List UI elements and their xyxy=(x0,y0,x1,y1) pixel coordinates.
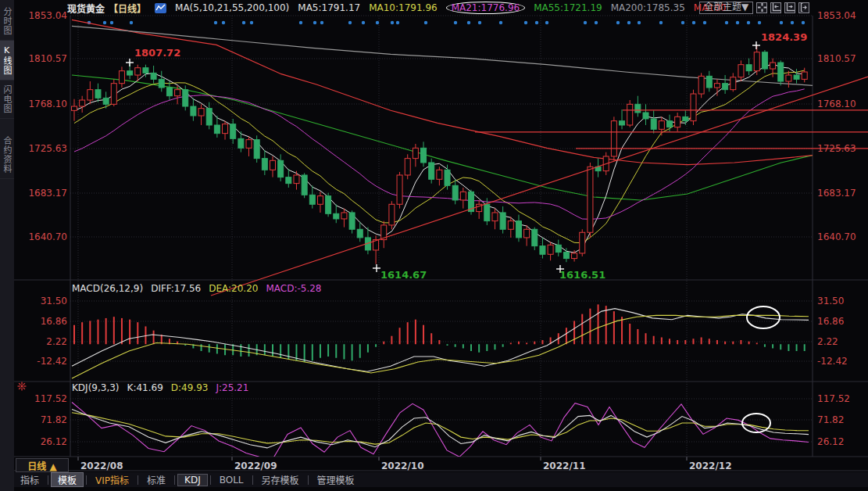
bottom-toolbar: 指标 模板 VIP指标 标准 KDJ BOLL 另存模板 管理模板 xyxy=(14,472,868,487)
svg-text:71.82: 71.82 xyxy=(817,414,844,425)
tab-kdj[interactable]: KDJ xyxy=(177,474,208,486)
ma-params-label: MA(5,10,21,55,200,100) xyxy=(175,2,289,13)
svg-text:1640.70: 1640.70 xyxy=(28,231,67,242)
toolbar-divider xyxy=(48,475,48,485)
kdj-d-value: D:49.93 xyxy=(171,382,209,393)
svg-text:117.52: 117.52 xyxy=(34,393,67,404)
compress-axis-icon[interactable] xyxy=(770,2,781,13)
svg-text:31.50: 31.50 xyxy=(41,296,67,306)
expand-axis-icon[interactable] xyxy=(784,2,795,13)
toolbar-divider xyxy=(252,475,253,485)
ma21-value-circled: MA21:1776.96 xyxy=(446,2,526,14)
ma5-value: MA5:1791.17 xyxy=(298,2,360,13)
svg-text:1768.10: 1768.10 xyxy=(817,99,856,109)
svg-text:2022/12: 2022/12 xyxy=(689,461,731,471)
tab-standard[interactable]: 标准 xyxy=(141,472,172,487)
tab-manage-template[interactable]: 管理模板 xyxy=(311,472,361,487)
sidebar-item-timeline[interactable]: 分时图 xyxy=(0,2,14,41)
svg-text:-12.42: -12.42 xyxy=(37,356,67,367)
svg-text:1807.72: 1807.72 xyxy=(134,47,180,59)
period-selector[interactable]: 日线 ▲ xyxy=(16,458,69,472)
pan-right-icon[interactable] xyxy=(798,2,809,13)
chart-icon xyxy=(155,3,166,13)
tab-indicator[interactable]: 指标 xyxy=(14,472,45,487)
macd-value: MACD:-5.28 xyxy=(266,283,321,294)
svg-text:1725.63: 1725.63 xyxy=(817,143,856,154)
svg-text:1810.57: 1810.57 xyxy=(28,53,67,64)
svg-text:16.86: 16.86 xyxy=(41,316,67,327)
period-tag: 【日线】 xyxy=(109,2,146,15)
svg-text:1824.39: 1824.39 xyxy=(761,31,807,43)
tab-template[interactable]: 模板 xyxy=(51,472,84,487)
tab-save-template[interactable]: 另存模板 xyxy=(255,472,305,487)
svg-text:2.22: 2.22 xyxy=(817,336,838,347)
tab-boll[interactable]: BOLL xyxy=(213,474,250,486)
svg-text:1768.10: 1768.10 xyxy=(28,99,67,109)
svg-text:1853.04: 1853.04 xyxy=(817,10,856,21)
toolbar-divider xyxy=(138,475,138,485)
svg-text:1683.17: 1683.17 xyxy=(28,188,67,199)
top-controls: 全部主题▼ xyxy=(699,1,809,14)
svg-text:1853.04: 1853.04 xyxy=(28,10,67,21)
crosshair-icon[interactable] xyxy=(756,2,767,13)
kdj-params: KDJ(9,3,3) xyxy=(72,382,120,393)
macd-diff-value: DIFF:17.56 xyxy=(151,283,201,294)
svg-text:1810.57: 1810.57 xyxy=(817,53,856,64)
svg-text:71.82: 71.82 xyxy=(41,414,67,425)
svg-text:2.22: 2.22 xyxy=(46,336,67,347)
ma200-value: MA200:1785.35 xyxy=(611,2,685,13)
sidebar: 分时图 K线图 闪电图 合约资料 xyxy=(0,0,14,491)
page-title: 现货黄金 xyxy=(67,2,105,15)
macd-dea-value: DEA:20.20 xyxy=(209,283,258,294)
svg-text:31.50: 31.50 xyxy=(817,296,844,306)
svg-text:26.12: 26.12 xyxy=(817,436,844,447)
toolbar-divider xyxy=(210,475,211,485)
toolbar-divider xyxy=(308,475,309,485)
kdj-k-value: K:41.69 xyxy=(127,382,163,393)
kdj-j-value: J:25.21 xyxy=(216,382,248,393)
svg-text:26.12: 26.12 xyxy=(41,436,67,447)
toolbar-divider xyxy=(86,475,87,485)
sidebar-item-kline[interactable]: K线图 xyxy=(0,41,14,81)
theme-dropdown[interactable]: 全部主题▼ xyxy=(699,2,753,14)
svg-text:-12.42: -12.42 xyxy=(817,356,848,367)
ma10-value: MA10:1791.96 xyxy=(369,2,438,13)
svg-text:2022/10: 2022/10 xyxy=(381,461,423,471)
svg-text:1725.63: 1725.63 xyxy=(28,143,67,154)
svg-text:2022/08: 2022/08 xyxy=(80,461,123,471)
chart-canvas[interactable]: 1807.721824.391614.671616.511853.041853.… xyxy=(0,0,868,491)
macd-params: MACD(26,12,9) xyxy=(72,283,143,294)
toolbar-divider xyxy=(174,475,175,485)
macd-header: MACD(26,12,9) DIFF:17.56 DEA:20.20 MACD:… xyxy=(72,283,321,294)
svg-text:1616.51: 1616.51 xyxy=(559,269,605,281)
svg-text:2022/11: 2022/11 xyxy=(543,461,585,471)
svg-text:1683.17: 1683.17 xyxy=(817,188,856,199)
ma55-value: MA55:1721.19 xyxy=(534,2,602,13)
trading-terminal: 分时图 K线图 闪电图 合约资料 现货黄金 【日线】 MA(5,10,21,55… xyxy=(0,0,868,491)
svg-text:117.52: 117.52 xyxy=(817,393,850,404)
svg-text:16.86: 16.86 xyxy=(817,316,844,327)
svg-text:1640.70: 1640.70 xyxy=(817,231,856,242)
kdj-header: KDJ(9,3,3) K:41.69 D:49.93 J:25.21 xyxy=(72,382,248,393)
svg-text:1614.67: 1614.67 xyxy=(380,269,427,281)
sidebar-item-contract-info[interactable]: 合约资料 xyxy=(0,131,14,179)
chart-header: 现货黄金 【日线】 MA(5,10,21,55,200,100) MA5:179… xyxy=(67,0,726,16)
sidebar-item-flash[interactable]: 闪电图 xyxy=(0,81,14,119)
svg-text:2022/09: 2022/09 xyxy=(234,461,277,471)
tab-vip-indicator[interactable]: VIP指标 xyxy=(89,472,135,487)
